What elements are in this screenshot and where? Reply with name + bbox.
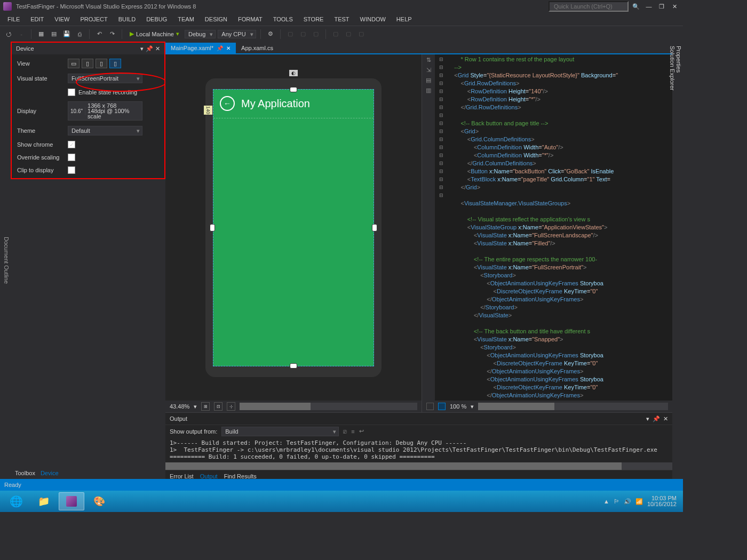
menu-team[interactable]: TEAM bbox=[172, 14, 200, 24]
config-dropdown[interactable]: Debug bbox=[185, 30, 216, 38]
swap-icon[interactable]: ⇅ bbox=[426, 57, 431, 63]
split-v-icon[interactable]: ▥ bbox=[426, 87, 431, 94]
menu-edit[interactable]: EDIT bbox=[25, 14, 49, 24]
chevron-down-icon[interactable]: ▾ bbox=[471, 403, 474, 410]
editor-tab[interactable]: App.xaml.cs bbox=[236, 43, 279, 53]
menu-project[interactable]: PROJECT bbox=[75, 14, 113, 24]
design-surface[interactable]: 140 ← My Application bbox=[213, 89, 374, 366]
undo-icon[interactable]: ↶ bbox=[94, 29, 105, 39]
toolbar-icon[interactable]: ▢ bbox=[311, 29, 321, 39]
explorer-icon[interactable]: 📁 bbox=[31, 492, 57, 510]
app-back-button[interactable]: ← bbox=[220, 96, 235, 111]
start-debug-button[interactable]: ▶ Local Machine ▾ bbox=[126, 30, 182, 38]
expand-icon[interactable]: ⇲ bbox=[426, 67, 431, 74]
output-tab[interactable]: Output bbox=[200, 473, 218, 479]
enable-recording-checkbox[interactable]: ✓ bbox=[68, 89, 75, 96]
grid-icon[interactable]: ⊞ bbox=[201, 402, 210, 411]
find-results-tab[interactable]: Find Results bbox=[224, 473, 257, 479]
toolbar-icon[interactable]: ▢ bbox=[298, 29, 308, 39]
save-all-icon[interactable]: ⎙ bbox=[74, 29, 85, 39]
display-combo[interactable]: 10.6" 1366 x 768148dpi @ 100% scale bbox=[68, 101, 142, 121]
menu-design[interactable]: DESIGN bbox=[200, 14, 233, 24]
zoom-value[interactable]: 43.48% bbox=[170, 403, 189, 410]
menu-store[interactable]: STORE bbox=[298, 14, 329, 24]
save-icon[interactable]: 💾 bbox=[61, 29, 72, 39]
override-scaling-checkbox[interactable]: ✓ bbox=[68, 154, 75, 161]
menu-help[interactable]: HELP bbox=[391, 14, 417, 24]
wrap-icon[interactable]: ↩ bbox=[359, 428, 364, 435]
dropdown-icon[interactable]: ▾ bbox=[646, 415, 649, 422]
vs-taskbar-icon[interactable] bbox=[59, 492, 84, 510]
device-tab[interactable]: Device bbox=[41, 470, 59, 476]
platform-dropdown[interactable]: Any CPU bbox=[218, 30, 256, 38]
solution-explorer-tab[interactable]: Solution Explorer bbox=[669, 46, 676, 475]
paint-icon[interactable]: 🎨 bbox=[86, 492, 112, 510]
dropdown-icon[interactable]: ▾ bbox=[140, 45, 144, 52]
code-editor[interactable]: * Row 1 contains the rest of the page la… bbox=[448, 54, 672, 401]
pin-icon[interactable]: 📌 bbox=[146, 45, 153, 52]
taskbar-date[interactable]: 10/16/2012 bbox=[647, 501, 677, 507]
error-list-tab[interactable]: Error List bbox=[170, 473, 194, 479]
output-text[interactable]: 1>------ Build started: Project: TestFas… bbox=[165, 437, 672, 462]
nav-back-icon[interactable]: ⭯ bbox=[3, 29, 14, 39]
menu-window[interactable]: WINDOW bbox=[355, 14, 391, 24]
menu-file[interactable]: FILE bbox=[2, 14, 25, 24]
show-chrome-checkbox[interactable]: ✓ bbox=[68, 141, 75, 148]
view-landscape-button[interactable]: ▭ bbox=[68, 59, 80, 68]
resize-handle-left[interactable] bbox=[210, 224, 215, 231]
menu-debug[interactable]: DEBUG bbox=[141, 14, 172, 24]
menu-test[interactable]: TEST bbox=[329, 14, 354, 24]
close-icon[interactable]: ✕ bbox=[226, 45, 231, 51]
ie-icon[interactable]: 🌐 bbox=[3, 492, 29, 510]
tray-up-icon[interactable]: ▲ bbox=[603, 498, 609, 505]
redo-icon[interactable]: ↷ bbox=[107, 29, 117, 39]
menu-tools[interactable]: TOOLS bbox=[268, 14, 298, 24]
pin-icon[interactable]: 📌 bbox=[217, 45, 223, 51]
visual-state-combo[interactable]: FullScreenPortrait bbox=[68, 74, 142, 83]
tray-flag-icon[interactable]: 🏳 bbox=[614, 498, 619, 505]
resize-handle-right[interactable] bbox=[372, 224, 377, 231]
fit-icon[interactable]: ⊡ bbox=[214, 402, 222, 411]
maximize-button[interactable]: ❐ bbox=[656, 3, 667, 10]
toggle-icon[interactable]: ≡ bbox=[351, 428, 354, 435]
document-outline-tab[interactable]: Document Outline bbox=[0, 42, 11, 479]
open-file-icon[interactable]: ▤ bbox=[49, 29, 59, 39]
tray-volume-icon[interactable]: 🔊 bbox=[624, 498, 631, 505]
nav-fwd-icon[interactable]: - bbox=[16, 29, 27, 39]
split-icon[interactable] bbox=[438, 403, 446, 410]
toolbox-tab[interactable]: Toolbox bbox=[15, 470, 35, 476]
toolbar-icon[interactable]: ⚙ bbox=[265, 29, 276, 39]
minimize-button[interactable]: — bbox=[643, 3, 654, 10]
close-button[interactable]: ✕ bbox=[669, 3, 680, 10]
menu-format[interactable]: FORMAT bbox=[233, 14, 268, 24]
code-scrollbar[interactable] bbox=[478, 403, 668, 410]
ruler-handle-icon[interactable]: ◐ bbox=[289, 70, 298, 76]
view-filled-button[interactable]: ▯ bbox=[82, 59, 93, 68]
editor-tab[interactable]: MainPage.xaml*📌✕ bbox=[165, 43, 236, 53]
toolbar-icon[interactable]: ▢ bbox=[343, 29, 354, 39]
menu-view[interactable]: VIEW bbox=[49, 14, 75, 24]
clip-checkbox[interactable]: ✓ bbox=[68, 166, 75, 174]
close-icon[interactable]: ✕ bbox=[155, 45, 160, 52]
theme-combo[interactable]: Default bbox=[68, 126, 142, 135]
split-icon[interactable] bbox=[426, 403, 434, 410]
clear-icon[interactable]: ⎚ bbox=[343, 428, 347, 435]
chevron-down-icon[interactable]: ▾ bbox=[194, 403, 197, 410]
toolbar-icon[interactable]: ▢ bbox=[285, 29, 296, 39]
quick-launch-input[interactable] bbox=[549, 1, 629, 12]
tray-network-icon[interactable]: 📶 bbox=[635, 498, 643, 505]
menu-build[interactable]: BUILD bbox=[113, 14, 141, 24]
snap-icon[interactable]: ⊹ bbox=[227, 402, 235, 411]
view-portrait-button[interactable]: ▯ bbox=[109, 59, 121, 68]
code-zoom[interactable]: 100 % bbox=[450, 403, 466, 410]
new-project-icon[interactable]: ▦ bbox=[36, 29, 46, 39]
close-icon[interactable]: ✕ bbox=[663, 415, 668, 422]
resize-handle-top[interactable] bbox=[290, 87, 297, 92]
pin-icon[interactable]: 📌 bbox=[653, 415, 660, 422]
toolbar-icon[interactable]: ▢ bbox=[356, 29, 367, 39]
resize-handle-bottom[interactable] bbox=[290, 363, 297, 369]
split-h-icon[interactable]: ▤ bbox=[426, 77, 431, 84]
view-snapped-button[interactable]: ▯ bbox=[96, 59, 107, 68]
output-scrollbar[interactable] bbox=[165, 462, 672, 470]
search-icon[interactable]: 🔍 bbox=[631, 3, 641, 10]
